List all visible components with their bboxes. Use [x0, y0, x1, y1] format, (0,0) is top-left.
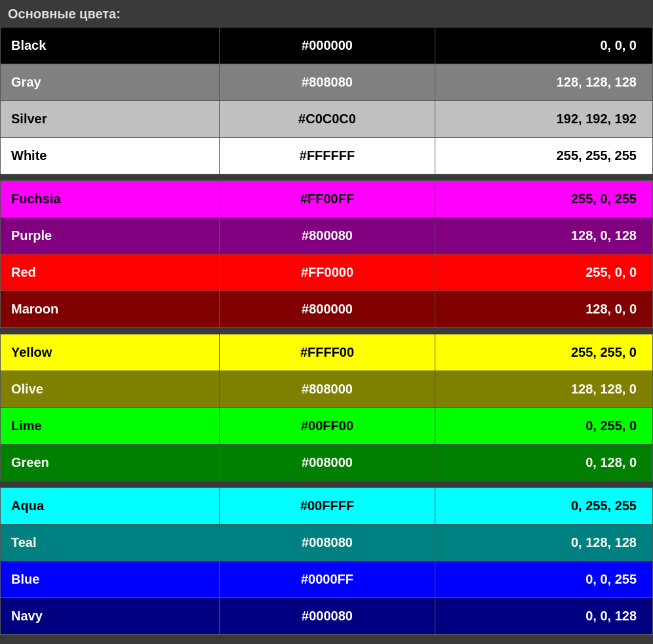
- color-hex-maroon: #800000: [219, 291, 435, 328]
- separator-row: [1, 481, 653, 488]
- color-row-teal: Teal#0080800, 128, 128: [1, 525, 653, 561]
- color-name-fuchsia: Fuchsia: [1, 181, 220, 218]
- page-title: Основные цвета:: [0, 0, 653, 27]
- color-row-white: White#FFFFFF255, 255, 255: [1, 138, 653, 174]
- color-rgb-fuchsia: 255, 0, 255: [435, 181, 653, 218]
- color-hex-navy: #000080: [219, 598, 435, 635]
- color-rgb-black: 0, 0, 0: [435, 28, 653, 64]
- color-hex-teal: #008080: [219, 525, 435, 561]
- color-row-maroon: Maroon#800000128, 0, 0: [1, 291, 653, 328]
- color-row-navy: Navy#0000800, 0, 128: [1, 598, 653, 635]
- color-hex-gray: #808080: [219, 64, 435, 101]
- color-hex-blue: #0000FF: [219, 561, 435, 598]
- color-name-purple: Purple: [1, 218, 220, 254]
- color-hex-olive: #808000: [219, 371, 435, 408]
- color-rgb-maroon: 128, 0, 0: [435, 291, 653, 328]
- color-name-silver: Silver: [1, 101, 220, 138]
- color-hex-white: #FFFFFF: [219, 138, 435, 174]
- color-rgb-yellow: 255, 255, 0: [435, 334, 653, 371]
- color-row-red: Red#FF0000255, 0, 0: [1, 254, 653, 291]
- color-row-silver: Silver#C0C0C0192, 192, 192: [1, 101, 653, 138]
- color-rgb-blue: 0, 0, 255: [435, 561, 653, 598]
- color-rgb-green: 0, 128, 0: [435, 445, 653, 481]
- color-hex-lime: #00FF00: [219, 408, 435, 445]
- color-hex-purple: #800080: [219, 218, 435, 254]
- color-name-teal: Teal: [1, 525, 220, 561]
- color-row-black: Black#0000000, 0, 0: [1, 28, 653, 64]
- color-rgb-silver: 192, 192, 192: [435, 101, 653, 138]
- color-row-yellow: Yellow#FFFF00255, 255, 0: [1, 334, 653, 371]
- color-name-blue: Blue: [1, 561, 220, 598]
- color-row-olive: Olive#808000128, 128, 0: [1, 371, 653, 408]
- color-hex-silver: #C0C0C0: [219, 101, 435, 138]
- color-hex-green: #008000: [219, 445, 435, 481]
- color-row-aqua: Aqua#00FFFF0, 255, 255: [1, 488, 653, 525]
- color-row-lime: Lime#00FF000, 255, 0: [1, 408, 653, 445]
- color-name-navy: Navy: [1, 598, 220, 635]
- color-hex-yellow: #FFFF00: [219, 334, 435, 371]
- color-hex-red: #FF0000: [219, 254, 435, 291]
- color-name-red: Red: [1, 254, 220, 291]
- color-hex-aqua: #00FFFF: [219, 488, 435, 525]
- color-name-green: Green: [1, 445, 220, 481]
- color-rgb-olive: 128, 128, 0: [435, 371, 653, 408]
- color-row-fuchsia: Fuchsia#FF00FF255, 0, 255: [1, 181, 653, 218]
- color-rgb-gray: 128, 128, 128: [435, 64, 653, 101]
- color-name-maroon: Maroon: [1, 291, 220, 328]
- color-rgb-red: 255, 0, 0: [435, 254, 653, 291]
- color-hex-fuchsia: #FF00FF: [219, 181, 435, 218]
- color-rgb-white: 255, 255, 255: [435, 138, 653, 174]
- color-row-gray: Gray#808080128, 128, 128: [1, 64, 653, 101]
- color-rgb-lime: 0, 255, 0: [435, 408, 653, 445]
- color-name-lime: Lime: [1, 408, 220, 445]
- color-name-olive: Olive: [1, 371, 220, 408]
- color-rgb-aqua: 0, 255, 255: [435, 488, 653, 525]
- color-rgb-purple: 128, 0, 128: [435, 218, 653, 254]
- color-name-yellow: Yellow: [1, 334, 220, 371]
- color-hex-black: #000000: [219, 28, 435, 64]
- color-name-black: Black: [1, 28, 220, 64]
- color-table: Black#0000000, 0, 0Gray#808080128, 128, …: [0, 27, 653, 635]
- color-rgb-teal: 0, 128, 128: [435, 525, 653, 561]
- color-row-blue: Blue#0000FF0, 0, 255: [1, 561, 653, 598]
- color-row-purple: Purple#800080128, 0, 128: [1, 218, 653, 254]
- color-name-white: White: [1, 138, 220, 174]
- color-name-aqua: Aqua: [1, 488, 220, 525]
- color-row-green: Green#0080000, 128, 0: [1, 445, 653, 481]
- separator-row: [1, 328, 653, 334]
- color-rgb-navy: 0, 0, 128: [435, 598, 653, 635]
- color-name-gray: Gray: [1, 64, 220, 101]
- separator-row: [1, 174, 653, 181]
